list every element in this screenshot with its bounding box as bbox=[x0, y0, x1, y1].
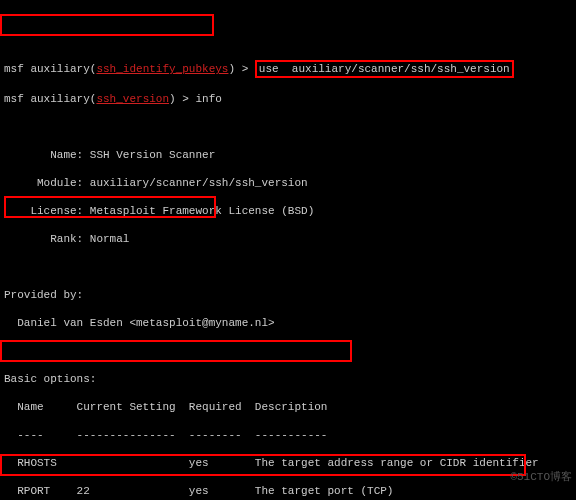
module-link: ssh_identify_pubkeys bbox=[96, 63, 228, 75]
option-rhosts: RHOSTS yes The target address range or C… bbox=[4, 456, 572, 470]
options-header: Basic options: bbox=[4, 372, 572, 386]
module-link: ssh_version bbox=[96, 93, 169, 105]
info-name: Name: SSH Version Scanner bbox=[4, 148, 572, 162]
info-license: License: Metasploit Framework License (B… bbox=[4, 204, 572, 218]
info-module: Module: auxiliary/scanner/ssh/ssh_versio… bbox=[4, 176, 572, 190]
provided-by-value: Daniel van Esden <metasploit@myname.nl> bbox=[4, 316, 572, 330]
command-use: use auxiliary/scanner/ssh/ssh_version bbox=[255, 60, 514, 78]
options-columns: Name Current Setting Required Descriptio… bbox=[4, 400, 572, 414]
info-rank: Rank: Normal bbox=[4, 232, 572, 246]
watermark: ©51CTO博客 bbox=[510, 470, 572, 484]
prompt-line-2[interactable]: msf auxiliary(ssh_version) > info bbox=[4, 92, 572, 106]
provided-by-header: Provided by: bbox=[4, 288, 572, 302]
option-rport: RPORT 22 yes The target port (TCP) bbox=[4, 484, 572, 498]
prompt-line-1[interactable]: msf auxiliary(ssh_identify_pubkeys) > us… bbox=[4, 60, 572, 78]
options-separator: ---- --------------- -------- ----------… bbox=[4, 428, 572, 442]
highlight-box-info bbox=[0, 14, 214, 36]
